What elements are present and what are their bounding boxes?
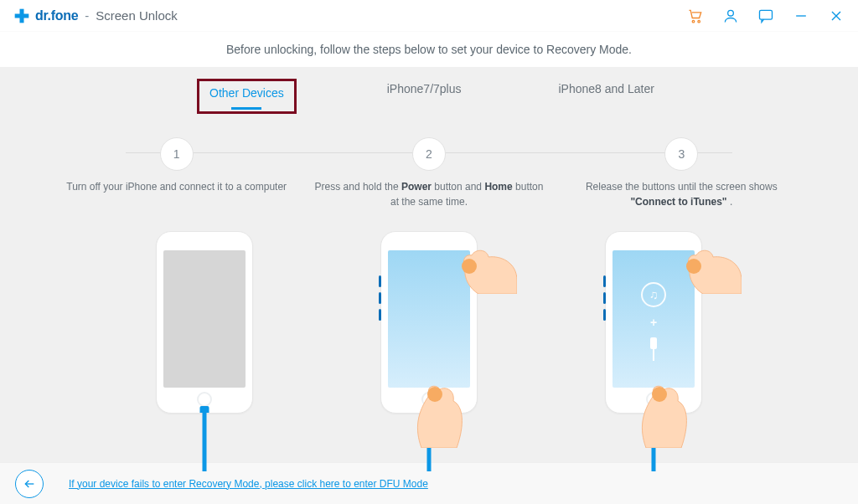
svg-point-4 xyxy=(728,10,734,16)
app-logo: dr.fone xyxy=(13,8,78,24)
device-tabs: Other Devices iPhone7/7plus iPhone8 and … xyxy=(0,67,858,114)
main-panel: Other Devices iPhone7/7plus iPhone8 and … xyxy=(0,67,858,462)
svg-point-12 xyxy=(652,387,667,402)
tab-highlight-box: Other Devices xyxy=(197,79,297,114)
thumb-press-power-icon xyxy=(458,244,517,294)
step-1-number: 1 xyxy=(160,137,194,171)
step-1: 1 Turn off your iPhone and connect it to… xyxy=(50,137,302,209)
svg-point-10 xyxy=(427,387,442,402)
step-3: 3 Release the buttons until the screen s… xyxy=(556,137,808,209)
thumb-release-home-icon xyxy=(638,383,690,448)
svg-point-2 xyxy=(692,20,695,22)
svg-rect-1 xyxy=(15,13,29,18)
brand-name: dr.fone xyxy=(35,8,78,23)
minimize-icon[interactable] xyxy=(793,8,809,24)
phone-illustration-3: ♫ + xyxy=(541,231,766,414)
thumb-release-power-icon xyxy=(683,244,742,294)
feedback-icon[interactable] xyxy=(757,8,774,24)
instruction-text: Before unlocking, follow the steps below… xyxy=(0,32,858,67)
svg-point-11 xyxy=(686,259,701,274)
tab-other-devices[interactable]: Other Devices xyxy=(203,83,291,108)
tab-iphone8-later[interactable]: iPhone8 and Later xyxy=(552,79,661,114)
phone-illustration-2 xyxy=(317,231,541,414)
title-bar: dr.fone - Screen Unlock xyxy=(0,0,858,32)
page-title: Screen Unlock xyxy=(96,8,178,23)
back-button[interactable] xyxy=(15,470,44,498)
dfu-mode-link[interactable]: If your device fails to enter Recovery M… xyxy=(69,478,428,490)
logo-icon xyxy=(13,8,30,24)
step-2-number: 2 xyxy=(412,137,446,171)
title-separator: - xyxy=(85,8,89,23)
step-3-number: 3 xyxy=(664,137,698,171)
close-icon[interactable] xyxy=(828,8,845,24)
svg-point-3 xyxy=(698,20,700,22)
phone-illustration-1 xyxy=(92,231,317,414)
cart-icon[interactable] xyxy=(687,8,704,24)
window-controls xyxy=(687,8,845,24)
tab-iphone7[interactable]: iPhone7/7plus xyxy=(380,79,468,114)
thumb-press-home-icon xyxy=(413,383,465,448)
step-2-text: Press and hold the Power button and Home… xyxy=(311,179,546,209)
svg-point-9 xyxy=(462,259,477,274)
step-3-text: Release the buttons until the screen sho… xyxy=(564,179,799,209)
step-1-text: Turn off your iPhone and connect it to a… xyxy=(59,179,294,194)
steps-container: 1 Turn off your iPhone and connect it to… xyxy=(0,137,858,209)
svg-rect-5 xyxy=(760,10,773,19)
user-icon[interactable] xyxy=(722,8,739,24)
phone-illustrations: ♫ + xyxy=(0,209,858,414)
step-2: 2 Press and hold the Power button and Ho… xyxy=(302,137,555,209)
